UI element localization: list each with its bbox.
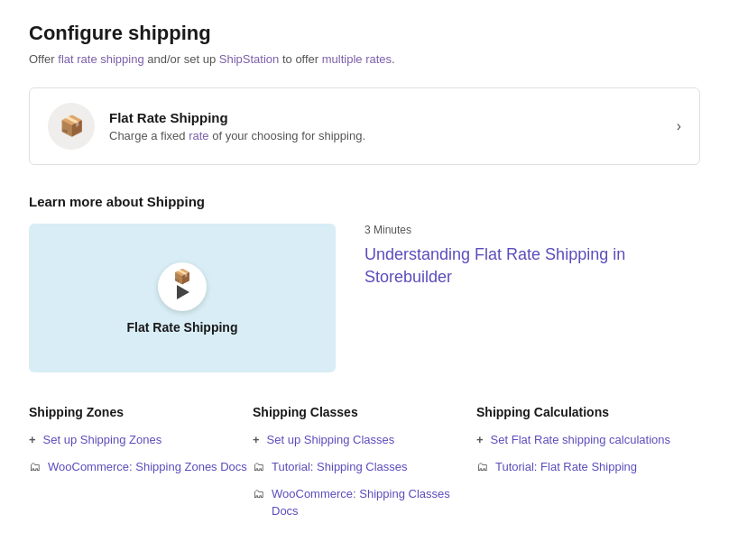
- shipping-zones-column: Shipping Zones Set up Shipping Zones Woo…: [29, 405, 253, 530]
- doc-icon: [29, 460, 41, 473]
- plus-icon-classes: [253, 433, 260, 446]
- setup-shipping-zones-link[interactable]: Set up Shipping Zones: [43, 432, 162, 448]
- flat-rate-calculations-item: Set Flat Rate shipping calculations: [476, 432, 700, 448]
- woo-classes-docs-item: WooCommerce: Shipping Classes Docs: [253, 486, 476, 519]
- doc-icon-classes: [253, 460, 264, 473]
- tutorial-flat-rate-item: Tutorial: Flat Rate Shipping: [476, 459, 700, 475]
- woo-zones-docs-link[interactable]: WooCommerce: Shipping Zones Docs: [48, 459, 247, 475]
- shipping-card-description: Charge a fixed rate of your choosing for…: [109, 129, 365, 142]
- multiple-rates-link[interactable]: multiple rates: [322, 52, 392, 66]
- play-icon: [177, 285, 189, 299]
- tutorial-classes-link[interactable]: Tutorial: Shipping Classes: [272, 459, 408, 475]
- setup-shipping-classes-item: Set up Shipping Classes: [253, 432, 476, 448]
- flat-rate-calculations-link[interactable]: Set Flat Rate shipping calculations: [491, 432, 670, 448]
- box-icon: 📦: [60, 115, 84, 138]
- video-label: Flat Rate Shipping: [127, 320, 238, 335]
- links-section: Shipping Zones Set up Shipping Zones Woo…: [29, 405, 700, 530]
- flat-rate-link[interactable]: flat rate shipping: [58, 52, 143, 66]
- video-info: 3 Minutes Understanding Flat Rate Shippi…: [364, 224, 700, 289]
- rate-link[interactable]: rate: [189, 129, 208, 142]
- learn-section: Learn more about Shipping 📦 Flat Rate Sh…: [29, 194, 700, 372]
- woo-zones-docs-item: WooCommerce: Shipping Zones Docs: [29, 459, 253, 475]
- shipping-card-icon-wrap: 📦: [48, 103, 95, 150]
- chevron-right-icon: ›: [677, 118, 681, 134]
- shipping-calculations-column: Shipping Calculations Set Flat Rate ship…: [476, 405, 700, 530]
- page-title: Configure shipping: [29, 22, 700, 45]
- plus-icon: [29, 433, 36, 446]
- shipping-classes-title: Shipping Classes: [253, 405, 476, 419]
- shipping-card-title: Flat Rate Shipping: [109, 110, 365, 125]
- setup-shipping-classes-link[interactable]: Set up Shipping Classes: [267, 432, 395, 448]
- shipping-calculations-title: Shipping Calculations: [476, 405, 700, 419]
- video-play-circle: 📦: [158, 262, 207, 311]
- plus-icon-calc: [476, 433, 484, 446]
- doc-icon-classes-woo: [253, 487, 264, 500]
- doc-icon-flat-rate: [476, 460, 488, 473]
- tutorial-flat-rate-link[interactable]: Tutorial: Flat Rate Shipping: [495, 459, 637, 475]
- tutorial-classes-item: Tutorial: Shipping Classes: [253, 459, 476, 475]
- setup-shipping-zones-item: Set up Shipping Zones: [29, 432, 253, 448]
- video-thumbnail[interactable]: 📦 Flat Rate Shipping: [29, 224, 336, 372]
- learn-section-title: Learn more about Shipping: [29, 194, 700, 209]
- video-title-link[interactable]: Understanding Flat Rate Shipping in Stor…: [364, 243, 700, 289]
- shipping-classes-column: Shipping Classes Set up Shipping Classes…: [253, 405, 476, 530]
- page-subtitle: Offer flat rate shipping and/or set up S…: [29, 52, 700, 66]
- flat-rate-shipping-card[interactable]: 📦 Flat Rate Shipping Charge a fixed rate…: [29, 87, 700, 165]
- video-box-icon: 📦: [173, 268, 191, 285]
- woo-classes-docs-link[interactable]: WooCommerce: Shipping Classes Docs: [272, 486, 476, 519]
- shipping-zones-title: Shipping Zones: [29, 405, 253, 419]
- shipstation-link[interactable]: ShipStation: [219, 52, 280, 66]
- shipping-card-text: Flat Rate Shipping Charge a fixed rate o…: [109, 110, 365, 142]
- video-duration: 3 Minutes: [364, 224, 700, 236]
- learn-content: 📦 Flat Rate Shipping 3 Minutes Understan…: [29, 224, 700, 372]
